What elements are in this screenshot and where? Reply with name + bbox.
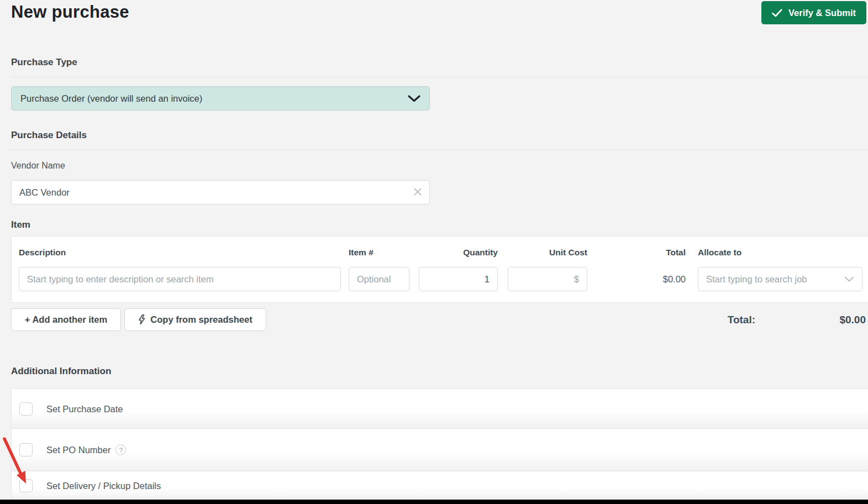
clear-icon[interactable] [413, 187, 422, 198]
chevron-down-icon [408, 95, 420, 102]
add-another-item-button[interactable]: + Add another item [11, 308, 121, 331]
item-number-input[interactable] [349, 267, 409, 291]
additional-options-card: Set Purchase Date Set PO Number ? Set De… [11, 389, 868, 500]
column-header-unit-cost: Unit Cost [508, 248, 587, 258]
unit-cost-cell [508, 267, 587, 291]
item-table-card: Description Item # Quantity Unit Cost To… [11, 236, 868, 303]
vendor-name-field-wrap [11, 180, 430, 204]
description-input[interactable] [19, 267, 341, 291]
vendor-name-input[interactable] [11, 180, 430, 204]
grand-total-value: $0.00 [801, 308, 866, 331]
lightning-icon [138, 314, 145, 325]
check-icon [772, 9, 782, 17]
chevron-down-icon [844, 276, 854, 282]
purchase-type-selected-value: Purchase Order (vendor will send an invo… [20, 93, 202, 104]
purchase-type-select[interactable]: Purchase Order (vendor will send an invo… [11, 86, 430, 111]
add-another-item-label: + Add another item [25, 314, 107, 325]
option-row-set-po-number[interactable]: Set PO Number ? [12, 429, 868, 471]
column-header-quantity: Quantity [419, 248, 498, 258]
item-number-cell [349, 267, 409, 291]
unit-cost-input[interactable] [508, 267, 587, 291]
help-icon[interactable]: ? [115, 445, 126, 455]
purchase-type-heading: Purchase Type [11, 57, 77, 68]
additional-information-heading: Additional Information [11, 366, 111, 377]
section-divider [11, 77, 868, 77]
new-purchase-page: New purchase Verify & Submit Purchase Ty… [0, 0, 868, 504]
verify-submit-button[interactable]: Verify & Submit [761, 1, 866, 24]
set-delivery-pickup-checkbox[interactable] [19, 479, 33, 492]
item-heading: Item [11, 219, 30, 230]
allocate-to-select[interactable]: Start typing to search job [698, 267, 862, 291]
set-po-number-label-text: Set PO Number [46, 445, 111, 455]
column-header-total: Total [630, 248, 686, 258]
set-purchase-date-checkbox[interactable] [19, 402, 33, 416]
table-row [19, 267, 341, 291]
option-row-set-purchase-date[interactable]: Set Purchase Date [12, 389, 868, 429]
section-divider [11, 150, 868, 150]
set-po-number-label: Set PO Number ? [46, 445, 126, 455]
set-purchase-date-label: Set Purchase Date [46, 403, 123, 414]
copy-from-spreadsheet-label: Copy from spreadsheet [150, 314, 252, 325]
vendor-name-label: Vendor Name [11, 161, 65, 171]
option-row-set-delivery-pickup[interactable]: Set Delivery / Pickup Details [12, 471, 868, 500]
quantity-cell [419, 267, 498, 291]
grand-total-label: Total: [700, 308, 755, 331]
column-header-item-number: Item # [349, 248, 373, 258]
column-header-allocate-to: Allocate to [698, 248, 741, 258]
verify-submit-label: Verify & Submit [788, 8, 856, 18]
bottom-black-bar [0, 500, 868, 504]
quantity-input[interactable] [419, 267, 498, 291]
row-total-value: $0.00 [630, 267, 686, 291]
set-po-number-checkbox[interactable] [19, 443, 33, 456]
page-title: New purchase [11, 2, 129, 22]
copy-from-spreadsheet-button[interactable]: Copy from spreadsheet [124, 308, 266, 331]
set-delivery-pickup-label: Set Delivery / Pickup Details [46, 481, 161, 491]
purchase-details-heading: Purchase Details [11, 130, 87, 141]
allocate-to-placeholder: Start typing to search job [706, 274, 807, 285]
column-header-description: Description [19, 248, 66, 258]
